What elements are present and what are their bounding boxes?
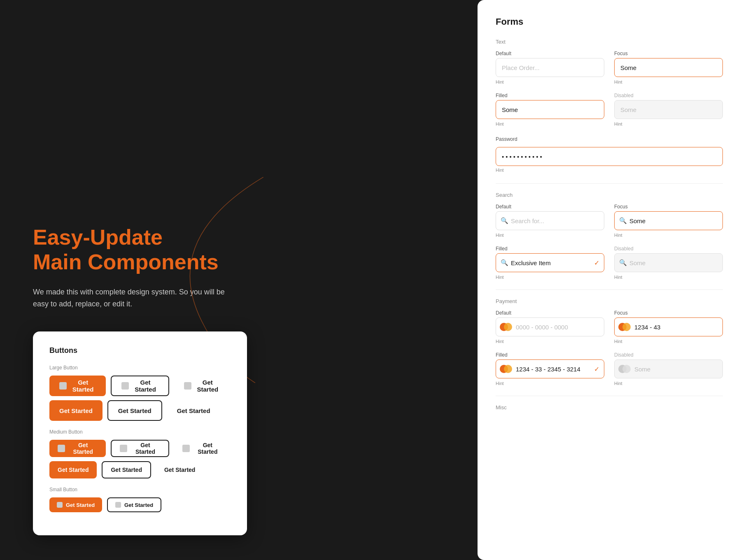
buttons-card-title: Buttons xyxy=(49,346,231,355)
button-icon xyxy=(57,502,63,508)
button-icon xyxy=(120,445,127,452)
search-disabled-group: Disabled 🔍 Hint xyxy=(614,246,723,280)
text-focus-group: Focus Hint xyxy=(614,51,723,84)
small-outline-icon-button[interactable]: Get Started xyxy=(107,497,161,512)
search-disabled-wrap: 🔍 xyxy=(614,253,723,272)
button-icon xyxy=(115,502,121,508)
misc-section: Misc xyxy=(496,404,723,411)
search-filled-group: Filled 🔍 ✓ Hint xyxy=(496,246,604,280)
text-section: Text Default Hint Focus Hint Filled Hint xyxy=(496,39,723,126)
medium-outline-icon-button[interactable]: Get Started xyxy=(111,440,169,457)
medium-button-group: Medium Button Get Started Get Started Ge… xyxy=(49,429,231,478)
payment-filled-wrap: ✓ xyxy=(496,359,604,378)
search-focus-hint: Hint xyxy=(614,233,723,238)
payment-focus-input[interactable] xyxy=(614,317,723,336)
search-filled-label: Filled xyxy=(496,246,604,252)
medium-outline-button[interactable]: Get Started xyxy=(102,461,151,478)
payment-focus-hint: Hint xyxy=(614,339,723,344)
search-disabled-input xyxy=(614,253,723,272)
text-disabled-group: Disabled Hint xyxy=(614,93,723,126)
button-icon xyxy=(184,382,191,390)
search-focus-wrap: 🔍 xyxy=(614,211,723,230)
text-default-label: Default xyxy=(496,51,604,56)
search-default-input[interactable] xyxy=(496,211,604,230)
payment-disabled-label: Disabled xyxy=(614,352,723,358)
large-outline-icon-button[interactable]: Get Started xyxy=(111,376,169,396)
payment-focus-group: Focus Hint xyxy=(614,310,723,344)
text-disabled-hint: Hint xyxy=(614,121,723,126)
search-default-label: Default xyxy=(496,204,604,210)
small-button-label: Small Button xyxy=(49,487,231,492)
large-button-label: Large Button xyxy=(49,365,231,371)
payment-filled-label: Filled xyxy=(496,352,604,358)
button-icon xyxy=(182,445,190,452)
payment-default-hint: Hint xyxy=(496,339,604,344)
text-default-hint: Hint xyxy=(496,79,604,84)
text-filled-group: Filled Hint xyxy=(496,93,604,126)
text-section-title: Text xyxy=(496,39,723,45)
search-default-wrap: 🔍 xyxy=(496,211,604,230)
payment-disabled-hint: Hint xyxy=(614,381,723,386)
large-outline-button[interactable]: Get Started xyxy=(107,400,162,421)
button-icon xyxy=(58,445,65,452)
medium-ghost-icon-button[interactable]: Get Started xyxy=(174,440,231,457)
payment-default-label: Default xyxy=(496,310,604,316)
search-disabled-hint: Hint xyxy=(614,275,723,280)
search-default-hint: Hint xyxy=(496,233,604,238)
password-input[interactable] xyxy=(496,147,723,166)
forms-panel: Forms Text Default Hint Focus Hint Fille… xyxy=(478,0,741,560)
large-ghost-icon-button[interactable]: Get Started xyxy=(174,376,231,396)
password-label: Password xyxy=(496,136,723,142)
password-section: Password Hint xyxy=(496,136,723,173)
large-ghost-button[interactable]: Get Started xyxy=(167,400,220,421)
search-default-group: Default 🔍 Hint xyxy=(496,204,604,238)
payment-default-group: Default Hint xyxy=(496,310,604,344)
buttons-card: Buttons Large Button Get Started Get Sta… xyxy=(33,331,247,535)
divider-payment xyxy=(496,289,723,290)
payment-disabled-input xyxy=(614,359,723,378)
password-hint: Hint xyxy=(496,168,504,173)
payment-section-title: Payment xyxy=(496,298,723,304)
text-focus-label: Focus xyxy=(614,51,723,56)
hero-description: We made this with complete design system… xyxy=(33,286,231,310)
payment-disabled-wrap xyxy=(614,359,723,378)
divider-misc xyxy=(496,396,723,396)
medium-solid-icon-button[interactable]: Get Started xyxy=(49,440,106,457)
large-solid-button[interactable]: Get Started xyxy=(49,400,103,421)
payment-section: Payment Default Hint Focus xyxy=(496,298,723,386)
search-disabled-label: Disabled xyxy=(614,246,723,252)
search-filled-input[interactable] xyxy=(496,253,604,272)
text-filled-input[interactable] xyxy=(496,100,604,119)
medium-ghost-button[interactable]: Get Started xyxy=(156,461,203,478)
payment-default-wrap xyxy=(496,317,604,336)
hero-title: Easy-Update Main Components xyxy=(33,225,231,275)
payment-focus-label: Focus xyxy=(614,310,723,316)
misc-section-title: Misc xyxy=(496,404,723,411)
payment-filled-hint: Hint xyxy=(496,381,604,386)
medium-button-label: Medium Button xyxy=(49,429,231,435)
search-focus-input[interactable] xyxy=(614,211,723,230)
text-disabled-input xyxy=(614,100,723,119)
payment-focus-wrap xyxy=(614,317,723,336)
search-filled-wrap: 🔍 ✓ xyxy=(496,253,604,272)
small-button-group: Small Button Get Started Get Started xyxy=(49,487,231,512)
payment-filled-input[interactable] xyxy=(496,359,604,378)
payment-filled-group: Filled ✓ Hint xyxy=(496,352,604,386)
payment-default-input[interactable] xyxy=(496,317,604,336)
text-focus-hint: Hint xyxy=(614,79,723,84)
text-filled-label: Filled xyxy=(496,93,604,98)
large-button-group: Large Button Get Started Get Started Get… xyxy=(49,365,231,421)
text-default-input[interactable] xyxy=(496,58,604,77)
large-solid-icon-button[interactable]: Get Started xyxy=(49,376,106,396)
divider-search xyxy=(496,183,723,184)
search-focus-group: Focus 🔍 Hint xyxy=(614,204,723,238)
button-icon xyxy=(121,382,129,390)
forms-panel-title: Forms xyxy=(496,16,723,27)
text-filled-hint: Hint xyxy=(496,121,604,126)
text-focus-input[interactable] xyxy=(614,58,723,77)
small-solid-icon-button[interactable]: Get Started xyxy=(49,497,102,512)
search-filled-hint: Hint xyxy=(496,275,604,280)
payment-disabled-group: Disabled Hint xyxy=(614,352,723,386)
medium-solid-button[interactable]: Get Started xyxy=(49,461,97,478)
text-default-group: Default Hint xyxy=(496,51,604,84)
